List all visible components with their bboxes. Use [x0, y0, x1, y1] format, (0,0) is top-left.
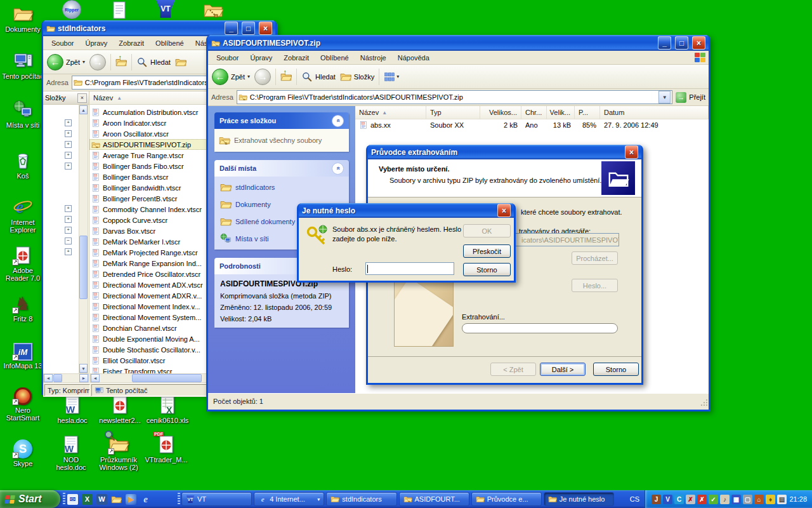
alarm-icon[interactable]: ♦ [766, 495, 775, 504]
toolbar-grip[interactable] [178, 493, 180, 505]
address-input[interactable]: C:\Program Files\VTtrader\stdIndicators\… [237, 90, 672, 104]
skip-button[interactable]: Přeskočit [463, 244, 511, 258]
close-button[interactable]: × [497, 204, 511, 217]
taskbar-task-pr-vodce-e[interactable]: Průvodce e... [471, 492, 542, 506]
up-folder-button[interactable]: ↑ [115, 57, 127, 68]
language-indicator[interactable]: CS [630, 490, 639, 508]
desktop-icon-tento-pocitac[interactable]: Tento počítač [1, 48, 44, 80]
menu-item[interactable]: Nástroje [355, 53, 392, 63]
views-button[interactable]: ▾ [384, 71, 399, 83]
desktop-icon-zip-file[interactable] [200, 0, 226, 19]
scroll-down-button[interactable]: ▼ [79, 364, 88, 373]
menu-item[interactable]: Úpravy [79, 38, 113, 48]
vt-tray-icon[interactable]: V [663, 495, 672, 504]
home-icon[interactable]: ⌂ [754, 495, 764, 504]
tree-expand-button[interactable]: + [65, 248, 72, 255]
minimize-button[interactable]: _ [225, 22, 238, 35]
back-button[interactable]: < Zpět [490, 363, 536, 376]
desktop-icon-vttrader-pdf[interactable]: PDFVTtrader_M... [145, 432, 188, 464]
scroll-left-button[interactable]: ◄ [44, 374, 53, 382]
maximize-button[interactable]: □ [675, 36, 688, 50]
other-places-header[interactable]: Další místa « [214, 160, 349, 177]
column-velikost2[interactable]: Velik... [547, 106, 575, 119]
browse-button[interactable]: Procházet... [572, 251, 618, 265]
close-button[interactable]: × [259, 22, 272, 35]
outlook-express-icon[interactable]: ✉ [67, 494, 78, 505]
java-icon[interactable]: J [652, 495, 661, 504]
monitor-icon[interactable]: ▢ [743, 495, 752, 504]
column-chraneno[interactable]: Chr... [521, 106, 547, 119]
desktop-icon-notes-file[interactable] [107, 0, 132, 19]
tree-hscrollbar[interactable]: ◄ ► [43, 373, 89, 383]
search-button[interactable]: Hledat [301, 71, 336, 83]
go-button[interactable]: → Přejít [676, 92, 705, 103]
desktop-icon-mista-v-siti[interactable]: Místa v síti [1, 97, 44, 129]
place-link[interactable]: stdIndicators [220, 182, 343, 193]
close-pane-button[interactable]: × [77, 93, 87, 103]
address-dropdown[interactable]: ▼ [658, 91, 671, 104]
tree-expand-button[interactable]: + [65, 130, 72, 137]
folder-tree[interactable]: ▲ ▼ ++++++++−+ [43, 105, 89, 373]
display-settings-icon[interactable]: ▦ [731, 495, 741, 504]
menu-item[interactable]: Soubor [211, 53, 244, 63]
back-button[interactable]: ← Zpět ▾ [47, 54, 85, 70]
tree-expand-button[interactable]: + [65, 163, 72, 170]
scroll-up-button[interactable]: ▲ [79, 105, 88, 114]
close-button[interactable]: × [692, 36, 705, 50]
start-button[interactable]: Start [0, 490, 60, 508]
taskbar-task-vt[interactable]: VTVT [181, 492, 252, 506]
cancel-button[interactable]: Storno [593, 363, 639, 376]
tree-expand-button[interactable]: + [65, 205, 72, 212]
column-pomer[interactable]: P... [575, 106, 600, 119]
menu-item[interactable]: Soubor [46, 38, 79, 48]
antivirus-icon[interactable]: ✓ [709, 495, 718, 504]
desktop-icon-kos[interactable]: Koš [1, 148, 44, 180]
tree-expand-button[interactable]: + [65, 119, 72, 126]
menu-item[interactable]: Úpravy [244, 53, 278, 63]
tree-expand-button[interactable]: + [65, 152, 72, 159]
forward-button[interactable]: → [254, 69, 271, 85]
column-nazev[interactable]: Název▲ [355, 106, 426, 119]
maximize-button[interactable]: □ [242, 22, 255, 35]
cancel-button[interactable]: Storno [463, 263, 511, 276]
update-error-icon[interactable]: ✗ [697, 495, 707, 504]
messenger-icon[interactable]: ▤ [777, 495, 787, 504]
media-player-icon[interactable]: ▶ [126, 494, 136, 505]
tree-expand-button[interactable]: + [65, 227, 72, 234]
tree-expand-button[interactable]: + [65, 141, 72, 148]
desktop-icon-adobe-reader[interactable]: ↗Adobe Reader 7.0 [1, 243, 44, 282]
up-folder-button[interactable]: ↑ [280, 71, 292, 83]
desktop-icon-vttrader[interactable]: VT [153, 0, 178, 19]
forward-button[interactable]: → [89, 54, 106, 70]
desktop-icon-nero-startsmart[interactable]: ↗Nero StartSmart [1, 382, 44, 422]
desktop-icon-infomapa[interactable]: iM↗InfoMapa 13 [1, 338, 44, 370]
desktop-icon-newsletter-pdf[interactable]: newsletter2... [98, 392, 141, 424]
desktop-icon-fritz-8[interactable]: ♞↗Fritz 8 [1, 291, 44, 323]
tree-expand-button[interactable]: + [65, 216, 72, 223]
folders-button[interactable] [175, 57, 187, 68]
folders-button[interactable]: Složky [340, 71, 374, 83]
menu-item[interactable]: Oblíbené [150, 38, 190, 48]
desktop-icon-dokumenty[interactable]: Dokumenty [1, 1, 44, 33]
resize-grip[interactable] [700, 399, 707, 407]
desktop-icon-cenik-xls[interactable]: cenik0610.xls [146, 392, 189, 424]
menu-item[interactable]: Zobrazit [113, 38, 150, 48]
desktop-icon-internet-explorer[interactable]: Internet Explorer [1, 194, 44, 234]
title-bar[interactable]: Průvodce extrahováním × [368, 145, 641, 159]
menu-item[interactable]: Oblíbené [315, 53, 355, 63]
volume-icon[interactable]: ♪ [720, 495, 730, 504]
word-icon[interactable]: W [96, 494, 107, 505]
desktop-icon-nod-heslo-doc[interactable]: NOD heslo.doc [49, 432, 93, 471]
minimize-button[interactable]: _ [658, 36, 671, 50]
search-button[interactable]: Hledat [136, 57, 171, 68]
column-datum[interactable]: Datum [600, 106, 709, 119]
title-bar[interactable]: Je nutné heslo × [299, 203, 514, 218]
folder-tasks-header[interactable]: Práce se složkou « [214, 112, 349, 129]
internet-explorer-icon[interactable]: e [140, 494, 151, 505]
desktop-icon-skype[interactable]: S↗Skype [1, 436, 44, 467]
taskbar-task-asidfourt[interactable]: ASIDFOURT... [399, 492, 469, 506]
zip-file-row[interactable]: abs.xx Soubor XX 2 kB Ano 13 kB 85% 27. … [355, 119, 709, 131]
tree-expand-button[interactable]: − [65, 237, 72, 244]
title-bar[interactable]: stdIndicators _ □ × [43, 20, 275, 36]
password-button[interactable]: Heslo... [572, 279, 618, 292]
